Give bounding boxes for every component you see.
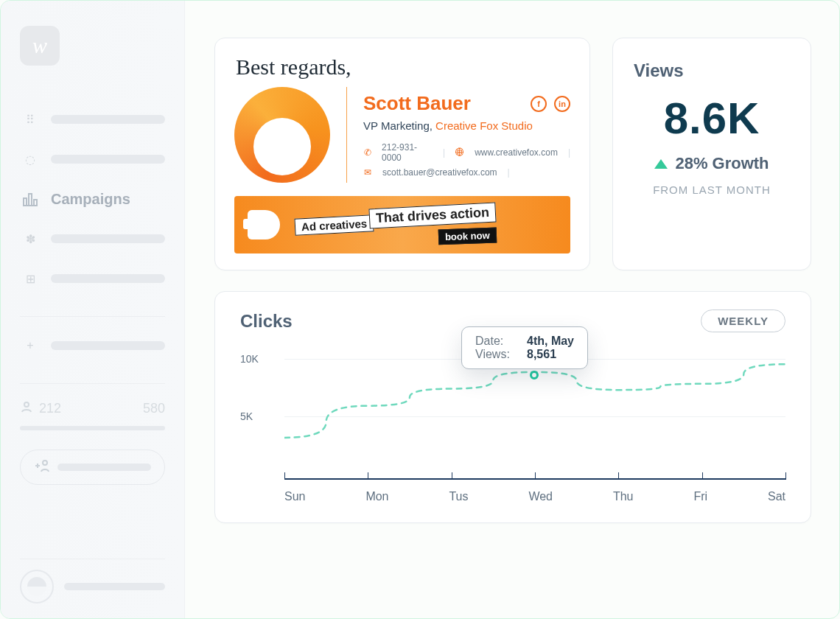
views-growth: 28% Growth — [654, 154, 769, 173]
x-tick-label: Fri — [693, 490, 707, 503]
chart-tooltip: Date:4th, May Views:8,561 — [461, 326, 588, 369]
range-chip[interactable]: WEEKLY — [701, 310, 785, 332]
signature-contacts: ✆ 212-931-0000 | 🌐︎ www.creativefox.com … — [363, 142, 570, 178]
megaphone-icon — [243, 206, 289, 244]
contact-email[interactable]: scott.bauer@creativefox.com — [382, 167, 497, 178]
clicks-chart-card: Clicks WEEKLY 10K 5K SunMonTusWedThuFriS… — [214, 291, 811, 523]
divider — [346, 87, 347, 183]
nav-item-5[interactable]: ⊞ — [20, 266, 165, 291]
up-arrow-icon — [654, 159, 668, 169]
chart-area[interactable]: 10K 5K SunMonTusWedThuFriSat Date:4th, M… — [240, 340, 785, 509]
nav-item-add[interactable]: + — [20, 333, 165, 358]
views-card: Views 8.6K 28% Growth FROM LAST MONTH — [612, 38, 811, 270]
plus-user-icon — [34, 458, 50, 476]
views-title: Views — [634, 60, 684, 81]
facebook-icon[interactable]: f — [531, 96, 547, 112]
x-tick-label: Wed — [528, 490, 553, 503]
svg-rect-1 — [29, 194, 32, 206]
people-icon: ⠿ — [20, 111, 41, 127]
sidebar: w ⠿ ◌ Campaigns ✽ ⊞ + 212 580 — [1, 1, 185, 618]
nav-item-2[interactable]: ◌ — [20, 147, 165, 172]
divider — [20, 316, 165, 317]
banner-cta[interactable]: book now — [438, 228, 496, 245]
chart-title: Clicks — [240, 311, 293, 332]
nav-label: Campaigns — [51, 191, 130, 208]
svg-point-4 — [43, 461, 47, 465]
linkedin-icon[interactable]: in — [554, 96, 570, 112]
plus-icon: + — [20, 338, 41, 354]
mail-icon: ✉ — [363, 167, 372, 178]
signature-card: Best regards, Scott Bauer f in VP Market… — [214, 38, 590, 270]
signature-greeting: Best regards, — [236, 55, 570, 80]
progress-bar — [20, 426, 165, 430]
svg-rect-0 — [24, 198, 27, 206]
contact-phone: 212-931-0000 — [382, 142, 433, 163]
views-subtitle: FROM LAST MONTH — [653, 183, 771, 196]
x-tick-label: Thu — [613, 490, 634, 503]
y-label-mid: 5K — [240, 410, 253, 422]
views-value: 8.6K — [664, 93, 760, 144]
x-tick-label: Tus — [449, 490, 468, 503]
svg-point-3 — [24, 402, 29, 407]
y-label-hi: 10K — [240, 353, 259, 365]
phone-icon: ✆ — [363, 147, 371, 158]
globe-icon: 🌐︎ — [455, 147, 464, 158]
user-icon — [20, 400, 33, 417]
x-labels: SunMonTusWedThuFriSat — [284, 490, 785, 503]
ad-banner[interactable]: Ad creatives That drives action book now — [234, 196, 570, 253]
x-tick-label: Mon — [365, 490, 388, 503]
flower-icon: ✽ — [20, 231, 41, 247]
fox-logo-icon — [234, 87, 330, 183]
app-logo[interactable]: w — [20, 26, 60, 66]
svg-rect-2 — [34, 200, 37, 206]
signature-role: VP Marketing, Creative Fox Studio — [363, 119, 570, 132]
x-tick-label: Sun — [284, 490, 305, 503]
x-tick-label: Sat — [768, 490, 785, 503]
grid-plus-icon: ⊞ — [20, 270, 41, 287]
nav-item-4[interactable]: ✽ — [20, 226, 165, 251]
sidebar-account-row[interactable] — [20, 559, 165, 604]
nav-item-campaigns[interactable]: Campaigns — [20, 186, 165, 211]
stat-b: 580 — [143, 401, 165, 416]
avatar — [20, 570, 54, 604]
bar-chart-icon — [20, 191, 41, 207]
drop-icon: ◌ — [20, 151, 41, 167]
contact-website[interactable]: www.creativefox.com — [475, 147, 558, 158]
divider — [20, 383, 165, 384]
stat-a: 212 — [39, 401, 61, 416]
add-user-button[interactable] — [20, 450, 165, 485]
nav-item-1[interactable]: ⠿ — [20, 107, 165, 132]
sidebar-stat-row: 212 580 — [20, 400, 165, 417]
banner-text-b: That drives action — [369, 203, 497, 229]
chart-tooltip-dot — [530, 371, 539, 380]
banner-text-a: Ad creatives — [294, 214, 374, 236]
signature-name: Scott Bauer — [363, 92, 471, 115]
main-content: Best regards, Scott Bauer f in VP Market… — [185, 1, 839, 618]
